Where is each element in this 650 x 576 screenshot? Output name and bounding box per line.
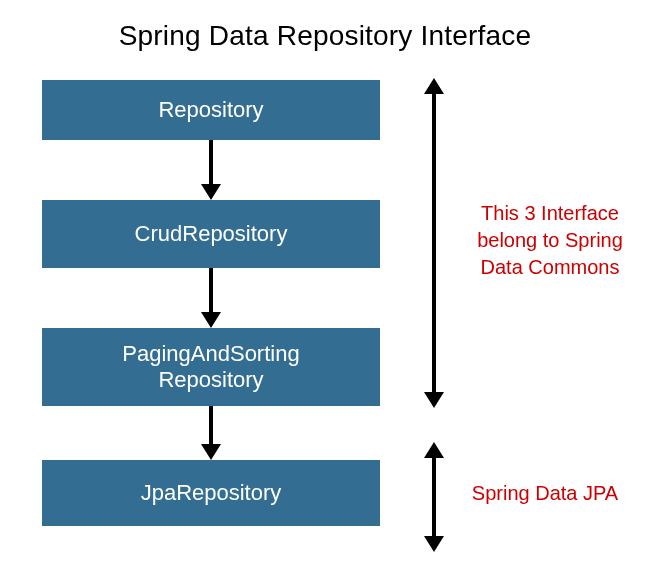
crudrepository-label: CrudRepository	[135, 221, 288, 247]
arrow-paging-to-jpa	[205, 406, 217, 460]
jparepository-label: JpaRepository	[141, 480, 282, 506]
jparepository-box: JpaRepository	[42, 460, 380, 526]
arrow-repo-to-crud	[205, 140, 217, 200]
note-spring-data-jpa: Spring Data JPA	[460, 480, 630, 507]
diagram-title: Spring Data Repository Interface	[0, 20, 650, 52]
repository-box: Repository	[42, 80, 380, 140]
crudrepository-box: CrudRepository	[42, 200, 380, 268]
repository-label: Repository	[158, 97, 263, 123]
note-spring-data-commons: This 3 Interface belong to Spring Data C…	[460, 200, 640, 281]
arrow-crud-to-paging	[205, 268, 217, 328]
pagingandsorting-label-line1: PagingAndSorting	[122, 341, 299, 367]
pagingandsorting-box: PagingAndSorting Repository	[42, 328, 380, 406]
pagingandsorting-label-line2: Repository	[158, 367, 263, 393]
